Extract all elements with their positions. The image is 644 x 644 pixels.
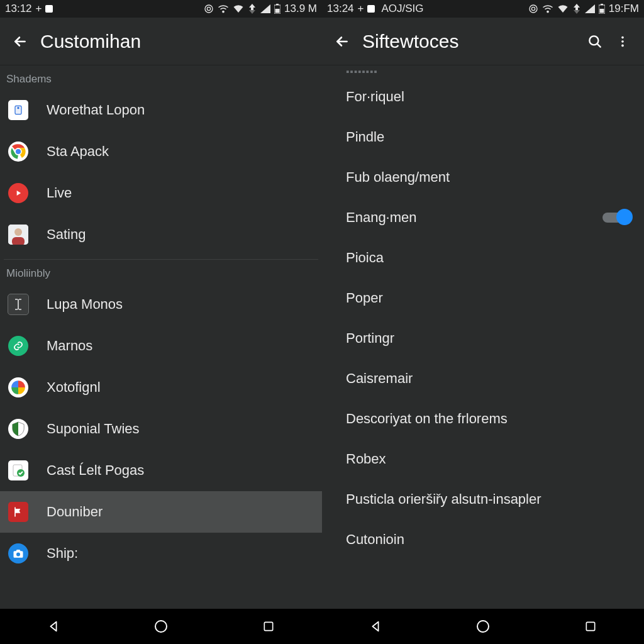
row-suponial-twies[interactable]: Suponial Twies [0,408,322,450]
row-label: Sating [47,226,314,243]
row-lupa-monos[interactable]: Lupa Monos [0,284,322,325]
flag-icon [8,502,28,522]
search-button[interactable] [581,28,609,55]
content-right[interactable]: ▪▪▪▪▪▪▪▪ For·riquel Pindle Fub olaeng/me… [322,65,644,609]
row-robex[interactable]: Robex [322,439,644,479]
camera-icon [8,543,28,564]
data-icon [572,4,581,14]
svg-rect-25 [599,9,604,13]
svg-point-27 [621,36,624,38]
row-label: Pioica [346,250,630,266]
right-screenshot: 13:24 + AOJ/SIG [322,0,644,644]
row-xotofignl[interactable]: Xotofignl [0,367,322,408]
row-label: Enang·men [346,209,602,226]
status-plus-icon: + [36,3,42,15]
chrome-icon [8,142,28,162]
battery-icon [599,4,605,14]
svg-rect-19 [264,622,272,630]
row-douniber[interactable]: Douniber [0,491,322,533]
row-marnos[interactable]: Marnos [0,325,322,367]
svg-point-0 [205,5,213,13]
row-forriquel[interactable]: For·riquel [322,77,644,117]
avatar-icon [8,225,28,245]
cast-icon [204,4,214,14]
link-icon [8,336,28,356]
row-label: Pindle [346,129,630,145]
row-label: Suponial Twies [47,421,314,437]
page-title: Customihan [40,31,314,52]
nav-back-button[interactable] [350,614,401,639]
row-label: Worethat Lopon [47,102,314,118]
nav-recent-button[interactable] [565,614,616,639]
row-label: Marnos [47,338,314,354]
pie-icon [8,377,28,397]
row-ship[interactable]: Ship: [0,533,322,574]
content-left[interactable]: Shadems Worethat Lopon Sta Apack Live [0,65,322,609]
svg-rect-13 [12,237,25,245]
svg-point-17 [16,553,20,557]
shield-icon [8,419,28,439]
row-label: Lupa Monos [47,296,314,313]
row-poper[interactable]: Poper [322,278,644,318]
nav-home-button[interactable] [136,614,186,639]
row-label: Douniber [47,504,314,520]
clipboard-icon [8,100,28,120]
cast-icon [528,4,538,14]
row-label: Poper [346,290,630,306]
signal-icon [260,4,270,13]
row-sta-apack[interactable]: Sta Apack [0,131,322,172]
switch-on-icon [602,210,630,225]
status-right-text: 19:FM [609,3,639,15]
status-carrier: AOJ/SIG [381,3,423,15]
row-pusticla[interactable]: Pusticla orieršiřy alsutn-insapler [322,479,644,519]
row-enang-men[interactable]: Enang·men [322,197,644,238]
row-fub-olaeng[interactable]: Fub olaeng/ment [322,157,644,197]
status-clock: 13:24 [327,3,354,15]
row-portingr[interactable]: Portingr [322,318,644,358]
cutoff-row: ▪▪▪▪▪▪▪▪ [322,65,644,77]
nav-recent-button[interactable] [243,614,294,639]
back-button[interactable] [8,29,33,54]
back-button[interactable] [330,29,355,54]
svg-point-30 [477,621,489,632]
wifi-outline-icon [218,4,229,13]
row-label: For·riquel [346,89,630,105]
row-label: Cast Ĺelt Pogas [47,462,314,479]
row-cutonioin[interactable]: Cutonioin [322,519,644,560]
row-caisremair[interactable]: Caisremair [322,358,644,399]
row-label: Pusticla orieršiřy alsutn-insapler [346,491,630,508]
row-sating[interactable]: Sating [0,214,322,255]
check-doc-icon [8,460,28,480]
row-live[interactable]: Live [0,172,322,214]
section-header-shadems: Shadems [0,65,322,89]
row-cast-lelt-pogas[interactable]: Cast Ĺelt Pogas [0,450,322,491]
row-label: Fub olaeng/ment [346,169,630,186]
row-worethat-lopon[interactable]: Worethat Lopon [0,89,322,131]
row-descoriyat[interactable]: Descoriyat on the frlorems [322,399,644,439]
row-pioica[interactable]: Pioica [322,238,644,278]
signal-icon [585,4,595,13]
svg-point-1 [207,7,210,10]
wifi-filled-icon [557,4,569,13]
svg-point-12 [14,228,22,236]
svg-rect-5 [275,9,280,13]
row-label: Live [47,185,314,201]
row-label: Sta Apack [47,143,314,160]
overflow-menu-button[interactable] [609,28,636,55]
svg-point-29 [621,44,624,47]
navbar-right [322,609,644,644]
svg-point-22 [547,11,548,12]
notification-square-icon [367,5,375,13]
row-pindle[interactable]: Pindle [322,117,644,157]
play-icon [8,183,28,203]
nav-home-button[interactable] [458,614,508,639]
notification-square-icon [45,5,53,13]
row-label: Robex [346,451,630,467]
nav-back-button[interactable] [28,614,79,639]
svg-point-18 [155,621,167,632]
toggle-enang-men[interactable] [602,210,630,225]
row-label: Cutonioin [346,531,630,548]
svg-point-7 [17,107,19,109]
svg-point-21 [531,7,535,10]
page-title: Siftewtoces [362,31,581,52]
